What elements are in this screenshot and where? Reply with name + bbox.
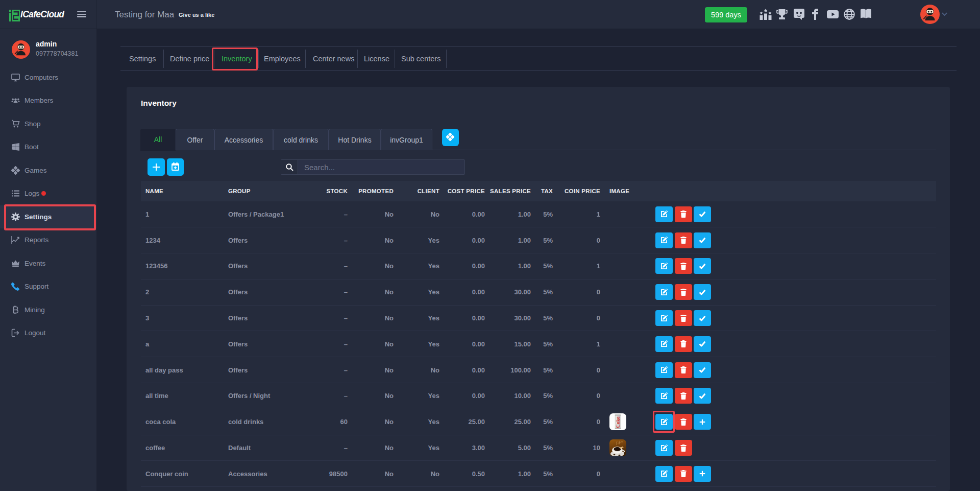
svg-text:Coke: Coke <box>615 416 621 428</box>
